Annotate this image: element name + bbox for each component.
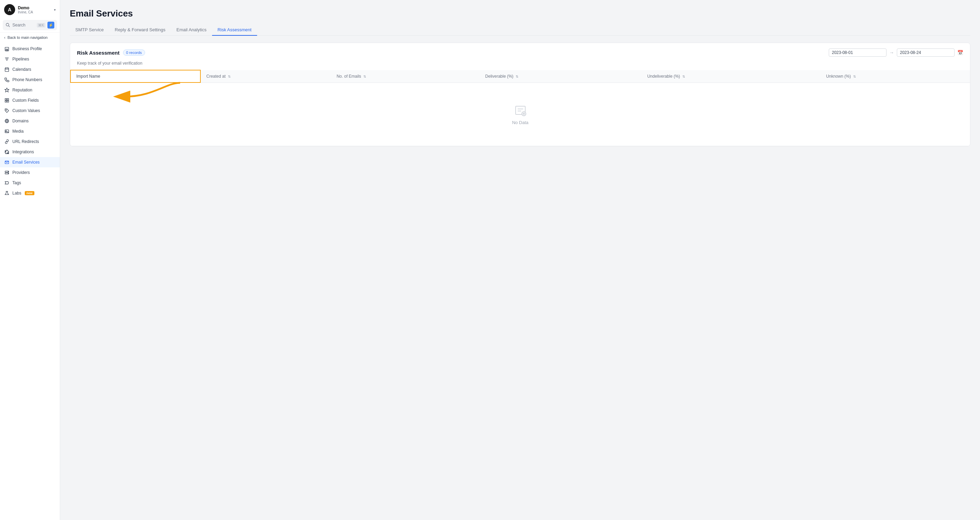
tag-icon <box>4 108 10 113</box>
search-icon <box>5 23 10 27</box>
phone-icon <box>4 77 10 83</box>
sidebar-item-label-email-services: Email Services <box>13 160 40 165</box>
sidebar-item-custom-values[interactable]: Custom Values <box>0 105 60 116</box>
col-import-name: Import Name <box>70 70 200 83</box>
sidebar-item-url-redirects[interactable]: URL Redirects <box>0 137 60 147</box>
content-area: Risk Assessment 0 records → 📅 Keep track… <box>60 36 980 520</box>
sidebar-item-label-labs: Labs <box>13 191 21 196</box>
main-content: Email Services SMTP ServiceReply & Forwa… <box>60 0 980 520</box>
tab-risk[interactable]: Risk Assessment <box>212 24 257 36</box>
sort-icon: ⇅ <box>852 75 856 78</box>
grid-icon <box>4 98 10 103</box>
page-title: Email Services <box>70 8 970 19</box>
empty-row: No Data <box>70 83 970 146</box>
sidebar-item-domains[interactable]: Domains <box>0 116 60 126</box>
sidebar-item-label-tags: Tags <box>13 180 21 185</box>
page-header: Email Services SMTP ServiceReply & Forwa… <box>60 0 980 36</box>
image-icon <box>4 129 10 134</box>
svg-point-27 <box>8 172 9 172</box>
records-badge: 0 records <box>123 49 145 56</box>
tab-analytics[interactable]: Email Analytics <box>171 24 212 36</box>
sidebar-item-label-custom-fields: Custom Fields <box>13 98 39 103</box>
search-bar[interactable]: Search ⌘K ⚡ <box>3 20 57 30</box>
sidebar-item-labs[interactable]: Labsnew <box>0 188 60 198</box>
user-info: Demo Irvine, CA <box>18 5 51 14</box>
col-deliverable[interactable]: Deliverable (%) ⇅ <box>480 70 642 83</box>
no-data-area: No Data <box>70 83 970 146</box>
new-badge: new <box>25 191 34 195</box>
tab-reply-forward[interactable]: Reply & Forward Settings <box>109 24 171 36</box>
sidebar-item-calendars[interactable]: Calendars <box>0 64 60 75</box>
puzzle-icon <box>4 149 10 155</box>
tab-smtp[interactable]: SMTP Service <box>70 24 109 36</box>
table-header: Import NameCreated at ⇅No. of Emails ⇅De… <box>70 70 970 83</box>
svg-rect-15 <box>7 99 9 100</box>
back-nav-label: Back to main navigation <box>8 35 48 40</box>
sidebar-item-label-integrations: Integrations <box>13 149 34 154</box>
sidebar-item-reputation[interactable]: Reputation <box>0 85 60 95</box>
globe-icon <box>4 118 10 124</box>
nav-items: Business ProfilePipelinesCalendarsPhone … <box>0 42 60 520</box>
sidebar-item-pipelines[interactable]: Pipelines <box>0 54 60 64</box>
sort-icon: ⇅ <box>515 75 519 78</box>
back-to-main-nav[interactable]: ‹ Back to main navigation <box>0 32 60 42</box>
sidebar-header[interactable]: A Demo Irvine, CA ▾ <box>0 0 60 18</box>
svg-point-18 <box>6 110 6 110</box>
chevron-left-icon: ‹ <box>4 35 5 40</box>
sort-icon: ⇅ <box>363 75 366 78</box>
arrow-icon: → <box>889 50 894 55</box>
table-header-row: Import NameCreated at ⇅No. of Emails ⇅De… <box>70 70 970 83</box>
sidebar-item-tags[interactable]: Tags <box>0 178 60 188</box>
sidebar-item-label-phone-numbers: Phone Numbers <box>13 77 42 82</box>
tab-bar: SMTP ServiceReply & Forward SettingsEmai… <box>70 24 970 36</box>
date-from-input[interactable] <box>829 48 886 57</box>
svg-rect-17 <box>7 101 9 102</box>
col-unknown[interactable]: Unknown (%) ⇅ <box>821 70 970 83</box>
sort-icon: ⇅ <box>227 75 231 78</box>
building-icon <box>4 46 10 52</box>
sidebar-item-integrations[interactable]: Integrations <box>0 147 60 157</box>
col-no-of-emails[interactable]: No. of Emails ⇅ <box>331 70 479 83</box>
search-shortcut: ⌘K <box>37 23 45 27</box>
svg-point-0 <box>6 23 9 26</box>
col-undeliverable[interactable]: Undeliverable (%) ⇅ <box>642 70 821 83</box>
risk-table: Import NameCreated at ⇅No. of Emails ⇅De… <box>70 70 970 146</box>
flash-icon: ⚡ <box>48 22 54 29</box>
sort-icon: ⇅ <box>681 75 685 78</box>
avatar: A <box>4 4 15 15</box>
card-title: Risk Assessment <box>77 50 119 56</box>
tag2-icon <box>4 180 10 186</box>
sidebar-item-label-custom-values: Custom Values <box>13 108 40 113</box>
card-header-left: Risk Assessment 0 records <box>77 49 145 56</box>
no-data-icon <box>514 103 527 117</box>
mail-icon <box>4 159 10 165</box>
sidebar-item-label-url-redirects: URL Redirects <box>13 139 39 144</box>
sidebar-item-label-reputation: Reputation <box>13 87 32 92</box>
sidebar-item-providers[interactable]: Providers <box>0 167 60 178</box>
sidebar-item-label-business-profile: Business Profile <box>13 46 42 51</box>
sidebar-item-label-domains: Domains <box>13 119 29 123</box>
chevron-down-icon[interactable]: ▾ <box>54 8 56 12</box>
sidebar-item-business-profile[interactable]: Business Profile <box>0 44 60 54</box>
calendar-icon <box>4 67 10 72</box>
no-data-text: No Data <box>512 120 529 125</box>
sidebar-item-custom-fields[interactable]: Custom Fields <box>0 95 60 105</box>
filter-icon <box>4 56 10 62</box>
sidebar-item-label-pipelines: Pipelines <box>13 57 29 62</box>
star-icon <box>4 87 10 93</box>
col-created-at[interactable]: Created at ⇅ <box>200 70 331 83</box>
table-body: No Data <box>70 83 970 146</box>
risk-assessment-card: Risk Assessment 0 records → 📅 Keep track… <box>70 43 970 146</box>
sidebar-item-label-providers: Providers <box>13 170 30 175</box>
card-subtitle: Keep track of your email verification <box>70 61 970 70</box>
user-location: Irvine, CA <box>18 10 51 14</box>
sidebar-item-media[interactable]: Media <box>0 126 60 137</box>
card-header: Risk Assessment 0 records → 📅 <box>70 43 970 61</box>
sidebar: A Demo Irvine, CA ▾ Search ⌘K ⚡ ‹ Back t… <box>0 0 60 520</box>
svg-rect-16 <box>5 101 6 102</box>
date-to-input[interactable] <box>897 48 955 57</box>
server-icon <box>4 170 10 175</box>
svg-rect-9 <box>5 68 9 72</box>
sidebar-item-email-services[interactable]: Email Services <box>0 157 60 167</box>
sidebar-item-phone-numbers[interactable]: Phone Numbers <box>0 75 60 85</box>
